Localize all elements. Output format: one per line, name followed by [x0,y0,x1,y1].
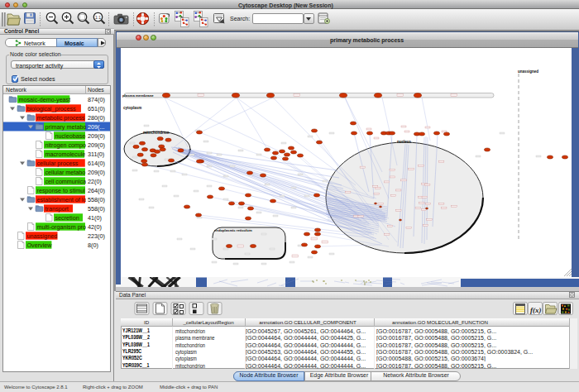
svg-text:nucleobase-: nucleobase- [55,132,89,140]
svg-text:secretion: secretion [55,214,79,222]
svg-text:22(0): 22(0) [88,178,102,185]
svg-text:614(0): 614(0) [88,160,105,167]
svg-text:1:1: 1:1 [95,15,101,20]
svg-text:mitochondrion: mitochondrion [143,131,170,135]
svg-text:cellular metabo: cellular metabo [45,169,86,176]
svg-text:nucleus: nucleus [397,140,412,144]
svg-text:plasma membrane: plasma membrane [122,93,154,98]
svg-text:42(0): 42(0) [88,223,102,231]
svg-text:unassigned: unassigned [518,69,538,74]
svg-text:f(x): f(x) [530,306,542,314]
svg-text:unassigned: unassigned [27,232,58,240]
svg-text:209(0): 209(0) [88,141,105,149]
svg-text:nitrogen compo: nitrogen compo [45,141,87,149]
svg-text:transport: transport [45,205,69,213]
svg-text:response to stimul: response to stimul [37,187,86,194]
svg-text:41(0): 41(0) [88,214,102,222]
svg-text:cell communicat: cell communicat [45,178,89,185]
svg-text:8(0): 8(0) [88,241,98,249]
svg-text:Overview: Overview [27,241,53,249]
svg-text:264(0): 264(0) [88,187,105,194]
svg-text:multi-organism pro: multi-organism pro [37,223,87,231]
svg-text:mosaic-demo-yeast: mosaic-demo-yeast [19,96,71,103]
svg-text:primary metabo: primary metabo [45,123,87,131]
svg-text:209(0): 209(0) [88,169,105,176]
svg-text:651(0): 651(0) [88,105,105,112]
svg-text:cellular process: cellular process [37,160,79,167]
svg-text:311(0): 311(0) [88,151,104,158]
svg-text:cytoplasm: cytoplasm [123,106,141,110]
svg-text:874(0): 874(0) [88,96,105,103]
svg-text:209(0): 209(0) [88,132,105,140]
svg-text:223(0): 223(0) [88,232,105,240]
svg-text:macromolecule: macromolecule [45,151,86,158]
svg-text:endoplasmic reticulum: endoplasmic reticulum [214,228,252,232]
svg-text:558(0): 558(0) [88,205,105,213]
svg-text:280(0): 280(0) [88,114,105,122]
svg-text:biological_process: biological_process [27,105,77,112]
svg-text:558(0): 558(0) [88,196,105,203]
svg-text:209(...: 209(... [88,123,104,131]
svg-text:metabolic process: metabolic process [37,114,85,122]
svg-text:establishment of lo: establishment of lo [37,196,87,203]
